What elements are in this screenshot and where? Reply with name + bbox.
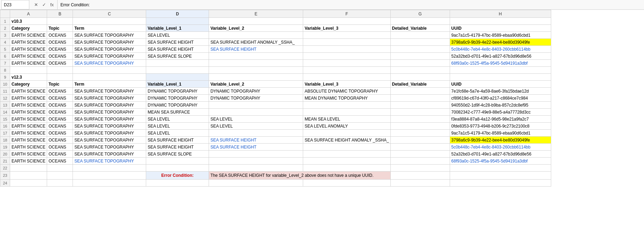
cell-G10[interactable]: Detailed_Variable <box>390 81 450 88</box>
col-header-H[interactable]: H <box>450 10 551 18</box>
cell-D23[interactable]: Error Condition: <box>146 172 209 180</box>
cell-A12[interactable]: EARTH SCIENCE <box>10 95 47 102</box>
cell-A19[interactable]: EARTH SCIENCE <box>10 144 47 151</box>
cell-F2[interactable]: Variable_Level_3 <box>303 25 390 32</box>
cell-G16[interactable] <box>390 123 450 130</box>
cell-A2[interactable]: Category <box>10 25 47 32</box>
cell-H6[interactable]: 52a32bd3-d701-49e1-a827-67b3d96d8e56 <box>450 53 551 60</box>
cell-F19[interactable] <box>303 144 390 151</box>
cell-B16[interactable]: OCEANS <box>47 123 73 130</box>
cell-G15[interactable] <box>390 116 450 123</box>
cell-C7[interactable]: SEA SURFACE TOPOGRAPHY <box>73 60 146 67</box>
cell-B6[interactable]: OCEANS <box>47 53 73 60</box>
cell-F15[interactable]: MEAN SEA LEVEL <box>303 116 390 123</box>
cell-E13[interactable] <box>209 102 303 109</box>
cell-F3[interactable] <box>303 32 390 39</box>
cell-D19[interactable]: SEA SURFACE HEIGHT <box>146 144 209 151</box>
cell-D20[interactable]: SEA SURFACE SLOPE <box>146 151 209 158</box>
cell-H15[interactable]: f3ea8884-87a8-4a12-96d5-98e21a9fa2c7 <box>450 116 551 123</box>
cell-G24[interactable] <box>390 180 450 187</box>
cell-B4[interactable]: OCEANS <box>47 39 73 46</box>
cell-H12[interactable]: cf89619d-c67d-43f0-a217-c8684ce7c984 <box>450 95 551 102</box>
cell-F18[interactable]: SEA SURFACE HEIGHT ANOMALY _SSHA_ <box>303 137 390 144</box>
cell-C16[interactable]: SEA SURFACE TOPOGRAPHY <box>73 123 146 130</box>
cell-E4[interactable]: SEA SURFACE HEIGHT ANOMALY _SSHA_ <box>209 39 303 46</box>
cell-E9[interactable] <box>209 74 303 81</box>
cell-H1[interactable] <box>450 18 551 25</box>
cell-G8[interactable] <box>390 67 450 74</box>
cell-C18[interactable]: SEA SURFACE TOPOGRAPHY <box>73 137 146 144</box>
cell-H5[interactable]: 5c0b448c-7eb4-4e8c-8403-260cbb6114bb <box>450 46 551 53</box>
cell-A13[interactable]: EARTH SCIENCE <box>10 102 47 109</box>
cell-E6[interactable] <box>209 53 303 60</box>
cell-D2[interactable]: Variable_Level_1 <box>146 25 209 32</box>
cell-G11[interactable] <box>390 88 450 95</box>
cell-D7[interactable] <box>146 60 209 67</box>
cell-A7[interactable]: EARTH SCIENCE <box>10 60 47 67</box>
cell-A6[interactable]: EARTH SCIENCE <box>10 53 47 60</box>
cell-E12[interactable]: DYNAMIC TOPOGRAPHY <box>209 95 303 102</box>
cell-G1[interactable] <box>390 18 450 25</box>
cell-H21[interactable]: 68f93a0c-1525-4f5a-9545-5d94191a3dbf <box>450 158 551 165</box>
cell-D16[interactable]: SEA LEVEL <box>146 123 209 130</box>
cell-reference[interactable]: D23 <box>1 0 29 9</box>
cell-G14[interactable] <box>390 109 450 116</box>
cell-G3[interactable] <box>390 32 450 39</box>
cell-B20[interactable]: OCEANS <box>47 151 73 158</box>
cell-H11[interactable]: 7e1fc68e-5a7e-4a59-8ae6-3fa15bdae12d <box>450 88 551 95</box>
cell-G21[interactable] <box>390 158 450 165</box>
cell-E24[interactable] <box>209 180 303 187</box>
cell-H3[interactable]: 9ac7a1c5-4179-47bc-8589-ebaa90d6cbd1 <box>450 32 551 39</box>
cell-B10[interactable]: Topic <box>47 81 73 88</box>
cell-A1[interactable]: v10.3 <box>10 18 47 25</box>
cell-H8[interactable] <box>450 67 551 74</box>
cell-A4[interactable]: EARTH SCIENCE <box>10 39 47 46</box>
cell-C13[interactable]: SEA SURFACE TOPOGRAPHY <box>73 102 146 109</box>
col-header-G[interactable]: G <box>390 10 450 18</box>
cell-B13[interactable]: OCEANS <box>47 102 73 109</box>
cell-A11[interactable]: EARTH SCIENCE <box>10 88 47 95</box>
cell-C17[interactable]: SEA SURFACE TOPOGRAPHY <box>73 130 146 137</box>
cell-G18[interactable] <box>390 137 450 144</box>
cell-B1[interactable] <box>47 18 73 25</box>
cell-F6[interactable] <box>303 53 390 60</box>
cell-A3[interactable]: EARTH SCIENCE <box>10 32 47 39</box>
cell-F9[interactable] <box>303 74 390 81</box>
cell-C4[interactable]: SEA SURFACE TOPOGRAPHY <box>73 39 146 46</box>
cell-E3[interactable] <box>209 32 303 39</box>
cell-E5[interactable]: SEA SURFACE HEIGHT <box>209 46 303 53</box>
cell-E19[interactable]: SEA SURFACE HEIGHT <box>209 144 303 151</box>
cell-H18[interactable]: 3798a6c9-9b39-4e22-bee4-be80d39049fe <box>450 137 551 144</box>
col-header-F[interactable]: F <box>303 10 390 18</box>
cell-H10[interactable]: UUID <box>450 81 551 88</box>
cell-C6[interactable]: SEA SURFACE TOPOGRAPHY <box>73 53 146 60</box>
cell-C8[interactable] <box>73 67 146 74</box>
cell-B18[interactable]: OCEANS <box>47 137 73 144</box>
cell-B2[interactable]: Topic <box>47 25 73 32</box>
cell-A20[interactable]: EARTH SCIENCE <box>10 151 47 158</box>
cell-H17[interactable]: 9ac7a1c5-4179-47bc-8589-ebaa90d6cbd1 <box>450 130 551 137</box>
cell-C23[interactable] <box>73 172 146 180</box>
cell-H20[interactable]: 52a32bd3-d701-49e1-a827-67b3d96d8e56 <box>450 151 551 158</box>
cell-F7[interactable] <box>303 60 390 67</box>
cell-B7[interactable]: OCEANS <box>47 60 73 67</box>
cell-D14[interactable]: MEAN SEA SURFACE <box>146 109 209 116</box>
cell-E22[interactable] <box>209 165 303 172</box>
cell-B24[interactable] <box>47 180 73 187</box>
cell-G20[interactable] <box>390 151 450 158</box>
cancel-formula-button[interactable]: ✕ <box>33 1 39 8</box>
cell-D3[interactable]: SEA LEVEL <box>146 32 209 39</box>
cell-D1[interactable] <box>146 18 209 25</box>
cell-B14[interactable]: OCEANS <box>47 109 73 116</box>
col-header-D[interactable]: D <box>146 10 209 18</box>
cell-C19[interactable]: SEA SURFACE TOPOGRAPHY <box>73 144 146 151</box>
cell-C3[interactable]: SEA SURFACE TOPOGRAPHY <box>73 32 146 39</box>
cell-H2[interactable]: UUID <box>450 25 551 32</box>
cell-H19[interactable]: 5c0b448c-7eb4-4e8c-8403-260cbb6114bb <box>450 144 551 151</box>
cell-C10[interactable]: Term <box>73 81 146 88</box>
cell-F20[interactable] <box>303 151 390 158</box>
col-header-E[interactable]: E <box>209 10 303 18</box>
cell-H22[interactable] <box>450 165 551 172</box>
cell-D24[interactable] <box>146 180 209 187</box>
cell-F8[interactable] <box>303 67 390 74</box>
